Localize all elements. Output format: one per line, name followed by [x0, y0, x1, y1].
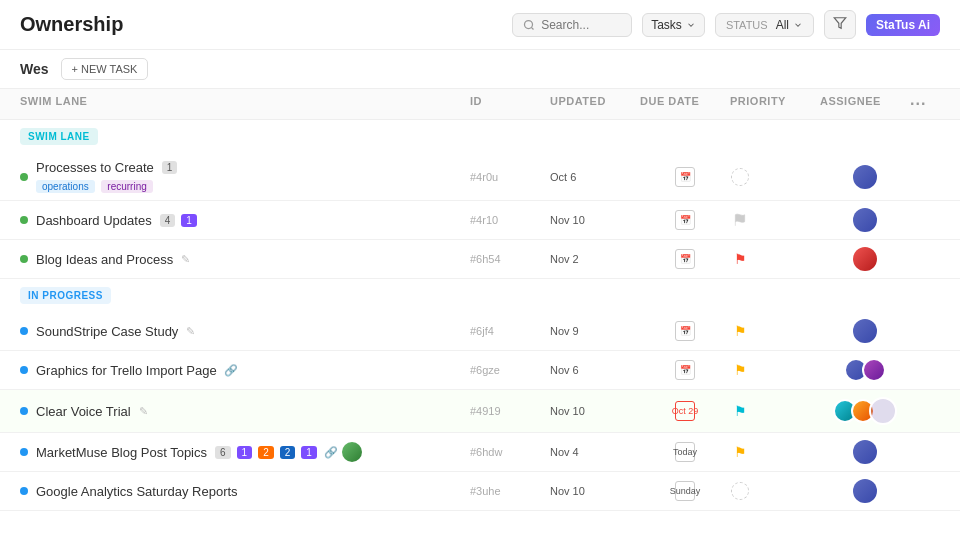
svg-marker-1 — [834, 18, 846, 29]
link-icon[interactable]: 🔗 — [224, 364, 238, 377]
edit-icon[interactable]: ✎ — [139, 405, 148, 418]
badge-6: 6 — [215, 446, 231, 459]
assignee-cell — [820, 440, 910, 464]
filter-icon — [833, 16, 847, 30]
in-progress-section: IN PROGRESS — [0, 279, 960, 312]
tag-recurring[interactable]: recurring — [101, 180, 152, 193]
chevron-down-icon — [686, 20, 696, 30]
task-updated: Oct 6 — [550, 171, 640, 183]
task-id: #4r0u — [470, 171, 550, 183]
table-row: Dashboard Updates 4 1 #4r10 Nov 10 📅 — [0, 201, 960, 240]
task-name[interactable]: MarketMuse Blog Post Topics — [36, 445, 207, 460]
task-updated: Nov 4 — [550, 446, 640, 458]
avatar — [853, 165, 877, 189]
due-today: Today — [671, 447, 699, 457]
search-bar[interactable] — [512, 13, 632, 37]
task-count-badge: 1 — [162, 161, 178, 174]
header: Ownership Tasks STATUS All StaTus Ai — [0, 0, 960, 50]
task-name[interactable]: SoundStripe Case Study — [36, 324, 178, 339]
avatar-group — [844, 358, 886, 382]
due-date-cell: Today — [640, 442, 730, 462]
assignee-cell — [820, 479, 910, 503]
task-id: #6gze — [470, 364, 550, 376]
new-task-button[interactable]: + NEW TASK — [61, 58, 149, 80]
avatar — [853, 319, 877, 343]
priority-cell: ⚑ — [730, 360, 750, 380]
status-dot — [20, 216, 28, 224]
table-row: Google Analytics Saturday Reports #3uhe … — [0, 472, 960, 511]
col-id: ID — [470, 95, 550, 113]
task-name[interactable]: Dashboard Updates — [36, 213, 152, 228]
badge-orange: 2 — [258, 446, 274, 459]
priority-cell — [730, 210, 750, 230]
task-name[interactable]: Google Analytics Saturday Reports — [36, 484, 238, 499]
edit-icon[interactable]: ✎ — [181, 253, 190, 266]
task-id: #4r10 — [470, 214, 550, 226]
assignee-cell — [820, 358, 910, 382]
table-row: Clear Voice Trial ✎ #4919 Nov 10 Oct 29 … — [0, 390, 960, 433]
link-icon-2[interactable]: 🔗 — [324, 446, 338, 459]
flag-icon — [733, 213, 747, 227]
status-dot — [20, 173, 28, 181]
flag-cyan-icon: ⚑ — [734, 403, 747, 419]
task-name[interactable]: Blog Ideas and Process — [36, 252, 173, 267]
priority-cell: ⚑ — [730, 321, 750, 341]
filter-button[interactable] — [824, 10, 856, 39]
calendar-icon-overdue: Oct 29 — [675, 401, 695, 421]
task-name-cell: Clear Voice Trial ✎ — [20, 404, 470, 419]
priority-cell: ⚑ — [730, 401, 750, 421]
more-options-icon[interactable]: ··· — [910, 95, 926, 112]
status-dot — [20, 407, 28, 415]
flag-red-icon: ⚑ — [734, 251, 747, 267]
due-sunday: Sunday — [668, 486, 703, 496]
avatar — [853, 479, 877, 503]
in-progress-badge: IN PROGRESS — [20, 287, 111, 304]
assignee-cell — [820, 319, 910, 343]
calendar-icon: 📅 — [675, 249, 695, 269]
assignee-cell — [820, 208, 910, 232]
avatar — [862, 358, 886, 382]
col-priority: PRIORITY — [730, 95, 820, 113]
assignee-cell — [820, 165, 910, 189]
badge-purple2: 1 — [301, 446, 317, 459]
task-name[interactable]: Processes to Create — [36, 160, 154, 175]
swim-lane-section: SWIM LANE — [0, 120, 960, 153]
avatar — [853, 440, 877, 464]
edit-icon[interactable]: ✎ — [186, 325, 195, 338]
task-updated: Nov 10 — [550, 214, 640, 226]
table-row: MarketMuse Blog Post Topics 6 1 2 2 1 🔗 … — [0, 433, 960, 472]
task-updated: Nov 10 — [550, 485, 640, 497]
user-label: Wes — [20, 61, 49, 77]
avatar — [853, 247, 877, 271]
task-notif-badge: 1 — [181, 214, 197, 227]
task-name[interactable]: Clear Voice Trial — [36, 404, 131, 419]
task-name-cell: SoundStripe Case Study ✎ — [20, 324, 470, 339]
task-updated: Nov 9 — [550, 325, 640, 337]
chevron-down-icon-2 — [793, 20, 803, 30]
due-date-cell: 📅 — [640, 360, 730, 380]
calendar-icon: Today — [675, 442, 695, 462]
task-updated: Nov 2 — [550, 253, 640, 265]
priority-empty-icon — [731, 482, 749, 500]
status-filter[interactable]: STATUS All — [715, 13, 814, 37]
table-row: Blog Ideas and Process ✎ #6h54 Nov 2 📅 ⚑ — [0, 240, 960, 279]
content-area: SWIM LANE Processes to Create 1 operatio… — [0, 120, 960, 540]
tag-operations[interactable]: operations — [36, 180, 95, 193]
flag-yellow-icon: ⚑ — [734, 323, 747, 339]
priority-cell: ⚑ — [730, 249, 750, 269]
header-controls: Tasks STATUS All StaTus Ai — [512, 10, 940, 39]
task-name[interactable]: Graphics for Trello Import Page — [36, 363, 217, 378]
task-id: #4919 — [470, 405, 550, 417]
due-date-cell: 📅 — [640, 210, 730, 230]
due-date-cell: Sunday — [640, 481, 730, 501]
status-dot — [20, 448, 28, 456]
avatar-inline — [342, 442, 362, 462]
priority-cell: ⚑ — [730, 442, 750, 462]
col-swimlane: SWIM LANE — [20, 95, 470, 113]
col-updated: UPDATED — [550, 95, 640, 113]
col-assignee: ASSIGNEE — [820, 95, 910, 113]
tasks-dropdown[interactable]: Tasks — [642, 13, 705, 37]
assignee-cell — [820, 247, 910, 271]
search-input[interactable] — [541, 18, 621, 32]
avatar-group — [833, 397, 897, 425]
